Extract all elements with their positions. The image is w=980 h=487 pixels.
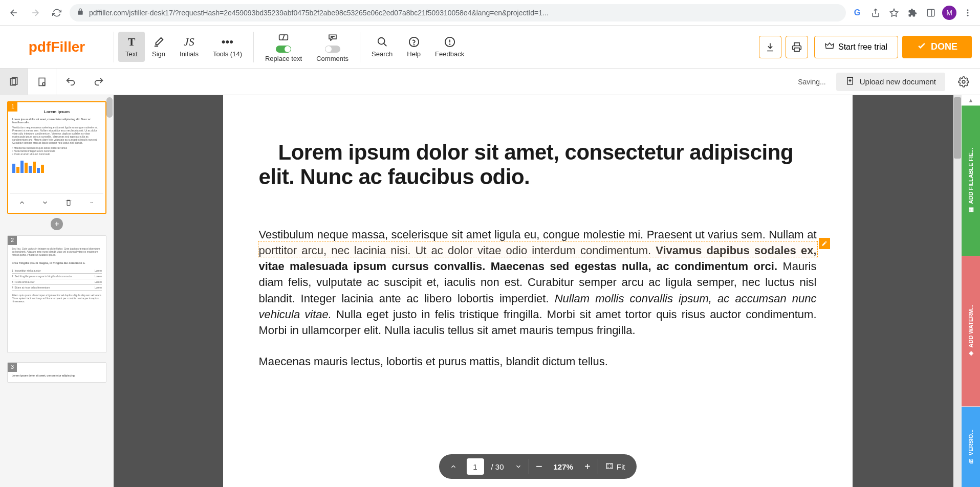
thumb-actions: •••: [10, 193, 103, 211]
search-tool[interactable]: Search: [364, 32, 400, 62]
move-up-button[interactable]: [15, 195, 29, 210]
back-button[interactable]: [5, 4, 23, 21]
star-icon[interactable]: [887, 6, 901, 20]
page-control-bar: 1 / 30 − 127% + Fit: [439, 454, 636, 479]
fit-button[interactable]: Fit: [598, 462, 633, 472]
viewport-scrollbar[interactable]: [953, 95, 962, 487]
app-toolbar: pdfFiller T Text Sign JS Initials ••• To…: [0, 26, 980, 69]
add-watermark-button[interactable]: ◈ ADD WATERM...: [962, 256, 980, 406]
page-settings-button[interactable]: [28, 69, 56, 95]
comments-toggle[interactable]: [325, 46, 340, 53]
profile-avatar[interactable]: M: [942, 6, 956, 20]
fit-label: Fit: [617, 462, 625, 471]
thumb-scrollbar[interactable]: [106, 97, 114, 118]
main-area: 1 Lorem ipsum Lorem ipsum dolor sit amet…: [0, 95, 980, 487]
help-icon: [408, 36, 420, 48]
trial-label: Start free trial: [838, 42, 887, 52]
next-page-button[interactable]: [508, 456, 528, 477]
zoom-level: 127%: [549, 462, 577, 471]
page-input[interactable]: 1: [466, 458, 484, 475]
add-fillable-fields-button[interactable]: ▦ ADD FILLABLE FIE...: [962, 105, 980, 256]
share-icon[interactable]: [868, 6, 883, 20]
doc-paragraph-2[interactable]: Maecenas mauris lectus, lobortis et puru…: [259, 353, 817, 369]
edit-highlight: [258, 241, 818, 257]
upload-document-button[interactable]: Upload new document: [836, 73, 945, 91]
initials-tool[interactable]: JS Initials: [172, 32, 206, 62]
tools-label: Tools (14): [213, 50, 242, 58]
print-button[interactable]: [786, 36, 808, 58]
download-button[interactable]: [759, 36, 781, 58]
forward-button[interactable]: [27, 4, 44, 21]
text-label: Text: [125, 50, 138, 58]
move-down-button[interactable]: [38, 195, 52, 210]
replace-text-tool[interactable]: Replace text: [258, 27, 309, 67]
sign-label: Sign: [152, 50, 165, 58]
feedback-tool[interactable]: Feedback: [428, 32, 471, 62]
thumbnail-panel[interactable]: 1 Lorem ipsum Lorem ipsum dolor sit amet…: [0, 95, 114, 487]
logo[interactable]: pdfFiller: [29, 39, 85, 55]
fields-icon: ▦: [968, 207, 974, 213]
svg-rect-15: [794, 48, 799, 51]
prev-page-button[interactable]: [443, 456, 463, 477]
comments-label: Comments: [316, 55, 349, 62]
lock-icon: [77, 8, 84, 17]
tools-menu[interactable]: ••• Tools (14): [206, 32, 249, 62]
done-button[interactable]: DONE: [902, 36, 972, 58]
done-label: DONE: [931, 41, 957, 52]
google-icon[interactable]: G: [850, 6, 864, 20]
page-num-2: 2: [8, 236, 17, 245]
start-trial-button[interactable]: Start free trial: [814, 36, 898, 58]
replace-label: Replace text: [265, 55, 302, 62]
zoom-in-button[interactable]: +: [577, 456, 598, 477]
page-more-button[interactable]: •••: [84, 195, 99, 210]
page-num-1: 1: [8, 102, 17, 112]
versions-button[interactable]: ⎘ VERSIO...: [962, 407, 980, 487]
svg-rect-0: [927, 9, 934, 16]
document-page[interactable]: Lorem ipsum dolor sit amet, consectetur …: [223, 95, 853, 487]
menu-icon[interactable]: [961, 6, 975, 20]
comments-tool[interactable]: Comments: [309, 27, 356, 67]
svg-point-8: [378, 38, 384, 45]
sign-tool[interactable]: Sign: [145, 32, 172, 62]
edit-badge[interactable]: [819, 238, 830, 249]
dots-icon: •••: [221, 36, 233, 48]
replace-toggle[interactable]: [276, 46, 291, 53]
sec-left: [0, 69, 114, 95]
page-total: / 30: [487, 462, 508, 471]
rail-up-arrow[interactable]: ▲: [962, 95, 980, 105]
url-bar[interactable]: pdffiller.com/jsfiller-desk17/?requestHa…: [70, 4, 846, 21]
document-viewport[interactable]: Lorem ipsum dolor sit amet, consectetur …: [114, 95, 962, 487]
redo-button[interactable]: [84, 69, 113, 95]
svg-point-19: [42, 82, 45, 85]
right-rail: ▲ ▦ ADD FILLABLE FIE... ◈ ADD WATERM... …: [962, 95, 980, 487]
panel-icon[interactable]: [924, 6, 938, 20]
extensions-icon[interactable]: [905, 6, 920, 20]
pages-panel-button[interactable]: [0, 69, 28, 95]
browser-bar: pdffiller.com/jsfiller-desk17/?requestHa…: [0, 0, 980, 26]
sign-icon: [153, 36, 165, 48]
help-tool[interactable]: Help: [400, 32, 428, 62]
settings-button[interactable]: [953, 72, 974, 92]
undo-button[interactable]: [56, 69, 84, 95]
reload-button[interactable]: [48, 4, 66, 21]
page-thumb-2[interactable]: 2 Sed leo. Quis varius in integer eu dui…: [7, 235, 106, 353]
svg-line-9: [383, 43, 386, 47]
doc-paragraph-1[interactable]: Vestibulum neque massa, scelerisque sit …: [259, 227, 817, 339]
watermark-icon: ◈: [968, 351, 974, 358]
doc-heading[interactable]: Lorem ipsum dolor sit amet, consectetur …: [259, 140, 817, 190]
review-tools-group: Replace text Comments: [254, 26, 360, 68]
svg-rect-18: [39, 78, 45, 85]
url-text: pdffiller.com/jsfiller-desk17/?requestHa…: [89, 9, 839, 17]
page-thumb-1[interactable]: 1 Lorem ipsum Lorem ipsum dolor sit amet…: [7, 101, 106, 214]
fit-icon: [605, 462, 614, 472]
zoom-out-button[interactable]: −: [529, 456, 549, 477]
comments-icon: [326, 31, 339, 43]
replace-icon: [277, 31, 290, 43]
text-tool[interactable]: T Text: [118, 32, 145, 62]
page-thumb-3[interactable]: 3 Lorem ipsum dolor sit amet, consectetu…: [7, 362, 106, 383]
help-tools-group: Search Help Feedback: [360, 26, 475, 68]
delete-page-button[interactable]: [61, 195, 76, 210]
versions-icon: ⎘: [968, 458, 974, 464]
add-page-button[interactable]: +: [51, 218, 63, 230]
svg-point-14: [449, 44, 450, 45]
